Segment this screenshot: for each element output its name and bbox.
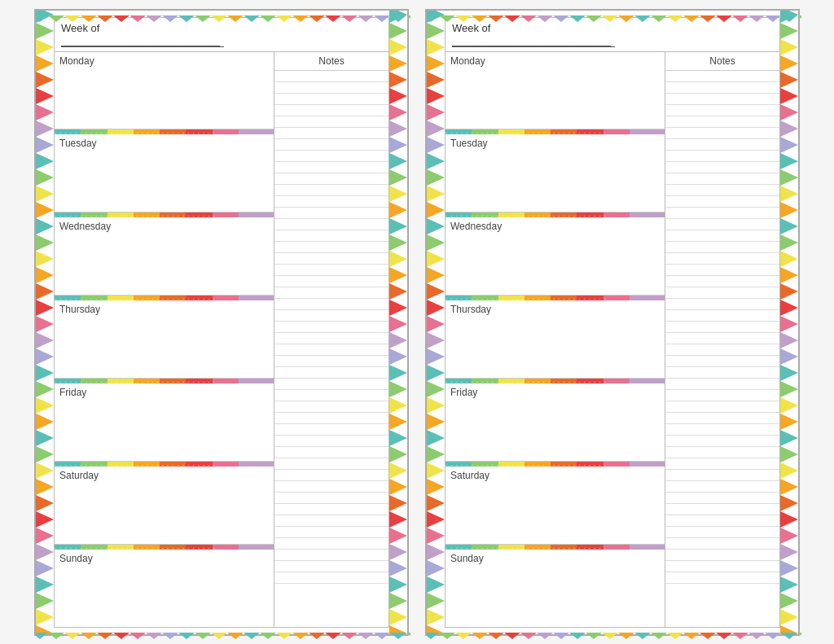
svg-marker-8 (36, 137, 54, 153)
svg-marker-87 (81, 15, 97, 22)
day-cell-wednesday[interactable]: Wednesday (446, 217, 665, 296)
svg-marker-23 (36, 381, 54, 397)
svg-marker-240 (781, 15, 797, 22)
svg-marker-198 (780, 365, 798, 381)
svg-marker-182 (780, 104, 798, 120)
notes-line (665, 310, 779, 322)
svg-marker-178 (780, 39, 798, 55)
notes-line (274, 538, 388, 550)
svg-marker-264 (765, 633, 781, 639)
day-cell-friday[interactable]: Friday (55, 383, 274, 462)
day-label-monday: Monday (450, 55, 660, 67)
day-label-thursday: Thursday (450, 304, 660, 315)
svg-marker-230 (618, 15, 634, 22)
svg-marker-85 (48, 15, 64, 22)
svg-marker-53 (389, 186, 407, 202)
notes-line (665, 550, 779, 561)
notes-line (274, 504, 388, 515)
svg-marker-65 (389, 381, 407, 397)
svg-marker-183 (780, 120, 798, 137)
svg-marker-30 (36, 495, 54, 511)
notes-line (665, 299, 779, 310)
svg-marker-262 (732, 633, 748, 639)
week-header[interactable]: Week of ___________________________ (55, 18, 388, 52)
notes-line (274, 333, 388, 344)
svg-marker-179 (780, 55, 798, 72)
day-cell-tuesday[interactable]: Tuesday (55, 134, 274, 212)
notes-line (665, 196, 779, 208)
day-cell-monday[interactable]: Monday (55, 52, 274, 130)
day-cell-sunday[interactable]: Sunday (55, 550, 274, 627)
svg-marker-231 (634, 15, 651, 22)
svg-marker-93 (178, 15, 195, 22)
day-cell-thursday[interactable]: Thursday (446, 300, 665, 379)
day-label-saturday: Saturday (59, 470, 269, 481)
notes-header: Notes (665, 52, 779, 71)
day-cell-saturday[interactable]: Saturday (55, 467, 274, 545)
notes-line (665, 173, 779, 185)
day-label-friday: Friday (59, 387, 269, 398)
notes-line (274, 322, 388, 333)
notes-line (274, 572, 388, 584)
svg-marker-263 (748, 633, 765, 639)
svg-marker-227 (569, 15, 586, 22)
svg-marker-62 (389, 332, 407, 348)
svg-marker-192 (780, 267, 798, 283)
notes-line (274, 230, 388, 242)
day-label-sunday: Sunday (59, 553, 269, 564)
svg-marker-120 (211, 633, 227, 639)
notes-line (274, 276, 388, 287)
svg-marker-136 (427, 39, 445, 55)
notes-line (665, 333, 779, 344)
notes-column: Notes (274, 52, 388, 627)
svg-marker-196 (780, 332, 798, 348)
day-label-wednesday: Wednesday (59, 221, 269, 232)
svg-marker-33 (36, 544, 54, 560)
svg-marker-15 (36, 251, 54, 267)
svg-marker-114 (113, 633, 129, 639)
svg-marker-236 (716, 15, 732, 22)
week-header[interactable]: Week of ___________________________ (446, 18, 779, 52)
svg-marker-70 (389, 462, 407, 479)
notes-line (665, 481, 779, 493)
svg-marker-54 (389, 202, 407, 218)
svg-marker-56 (389, 234, 407, 251)
svg-marker-63 (389, 348, 407, 365)
day-cell-wednesday[interactable]: Wednesday (55, 217, 274, 296)
svg-marker-109 (36, 633, 48, 639)
notes-line (665, 71, 779, 82)
notes-body[interactable] (274, 71, 388, 627)
day-cell-friday[interactable]: Friday (446, 383, 665, 462)
notes-body[interactable] (665, 71, 779, 627)
notes-line (274, 185, 388, 196)
notes-line (665, 413, 779, 424)
svg-marker-60 (389, 300, 407, 316)
notes-line (274, 493, 388, 504)
notes-line (665, 151, 779, 162)
svg-marker-101 (309, 15, 325, 22)
svg-marker-92 (162, 15, 178, 22)
notes-line (665, 390, 779, 401)
svg-marker-226 (553, 15, 569, 22)
svg-marker-253 (586, 633, 602, 639)
svg-marker-98 (260, 15, 276, 22)
svg-marker-44 (389, 39, 407, 55)
svg-marker-127 (325, 633, 341, 639)
svg-marker-167 (427, 544, 445, 560)
svg-marker-46 (389, 72, 407, 88)
svg-marker-24 (36, 397, 54, 414)
svg-marker-225 (537, 15, 553, 22)
notes-line (665, 82, 779, 94)
day-cell-saturday[interactable]: Saturday (446, 467, 665, 545)
day-cell-sunday[interactable]: Sunday (446, 550, 665, 627)
svg-marker-67 (389, 414, 407, 430)
day-cell-tuesday[interactable]: Tuesday (446, 134, 665, 212)
svg-marker-94 (195, 15, 211, 22)
notes-line (274, 173, 388, 185)
svg-marker-251 (553, 633, 569, 639)
day-cell-thursday[interactable]: Thursday (55, 300, 274, 379)
day-cell-monday[interactable]: Monday (446, 52, 665, 130)
day-label-friday: Friday (450, 387, 660, 398)
svg-marker-171 (427, 609, 445, 625)
svg-marker-107 (406, 15, 410, 22)
